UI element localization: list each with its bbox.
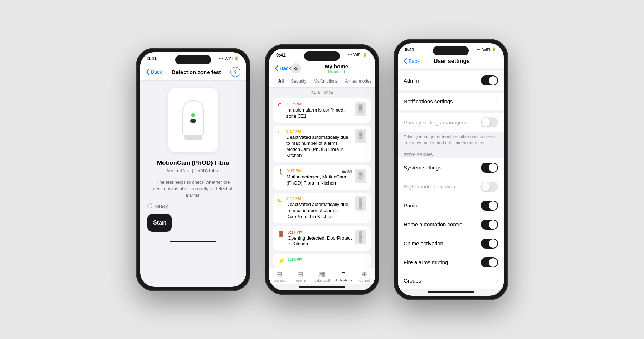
nav-video-wall[interactable]: ▦ Video Wall — [311, 270, 332, 282]
signal-icon: ▪▪▪ — [219, 56, 223, 61]
spacer-3 — [398, 110, 504, 113]
tab-all[interactable]: All — [275, 77, 287, 87]
notifications-settings-row[interactable]: Notifications settings › — [398, 93, 504, 110]
notch-2 — [304, 51, 340, 61]
chime-label: Chime activation — [404, 240, 481, 246]
time-1: 9:41 — [147, 56, 157, 61]
ready-label: Ready — [155, 203, 168, 209]
ready-status: ⓘ Ready — [140, 199, 246, 214]
panic-row: Panic — [398, 196, 504, 215]
fire-alarms-toggle[interactable] — [481, 257, 498, 267]
notif-time-5: 3:17 PM — [288, 230, 352, 234]
notifications-label: Notifications — [335, 279, 352, 282]
battery-icon: 🔋 — [234, 56, 239, 61]
privacy-toggle[interactable] — [481, 117, 498, 127]
spacer-2 — [398, 90, 504, 93]
notif-time-6: 3:16 PM — [288, 257, 366, 261]
notif-icon-red: ⏱ — [278, 102, 283, 109]
admin-toggle[interactable] — [481, 75, 498, 85]
nav-bar-2: Back ⚙ My home Disarmed All Security Mal… — [269, 60, 375, 88]
notif-body-4: 3:17 PM Deactivated automatically due to… — [286, 196, 352, 220]
signal-icon-2: ▪▪▪ — [348, 53, 352, 57]
system-settings-toggle[interactable] — [481, 163, 498, 173]
notif-text-3: Motion detected, MotionCam (PhOD) Fibra … — [287, 174, 352, 186]
start-button[interactable]: Start — [147, 214, 172, 232]
notif-icon-green-6: ⚡ — [278, 257, 285, 264]
notif-icon-orange-4: ⏱ — [278, 197, 283, 203]
device-image — [168, 88, 218, 152]
control-label: Control — [359, 279, 370, 282]
wifi-icon-2: WiFi — [353, 53, 361, 57]
nav-notifications[interactable]: ≡ Notifications — [333, 270, 354, 282]
back-button-2[interactable]: Back — [275, 65, 291, 71]
device-led — [191, 113, 195, 117]
permissions-section: System settings Night mode activation Pa… — [398, 158, 504, 289]
groups-row[interactable]: Groups › — [398, 272, 504, 289]
battery-icon-3: 🔋 — [492, 47, 497, 52]
help-button[interactable]: ? — [230, 67, 240, 77]
home-automation-toggle[interactable] — [481, 220, 498, 230]
privacy-settings-row: Privacy settings management — [398, 113, 504, 132]
tab-armed-modes[interactable]: Armed modes — [341, 77, 375, 87]
phone-3: 9:41 ▪▪▪ WiFi 🔋 Back User settings — [394, 39, 508, 300]
phone-2: 9:41 ▪▪▪ WiFi 🔋 Back ⚙ — [265, 44, 379, 295]
svg-point-8 — [361, 203, 362, 204]
panic-label: Panic — [404, 202, 481, 208]
nav-control[interactable]: ⊕ Control — [354, 270, 375, 282]
wifi-icon: WiFi — [225, 56, 233, 61]
disarmed-badge: Disarmed — [328, 69, 345, 74]
admin-row: Admin — [398, 71, 504, 90]
notif-time-1: 3:17 PM — [286, 102, 352, 106]
notch-1 — [175, 55, 211, 64]
chime-toggle[interactable] — [481, 239, 498, 249]
notifications-section: Notifications settings › — [398, 93, 504, 110]
back-button-3[interactable]: Back — [404, 58, 420, 64]
notif-thumb-5 — [355, 230, 366, 244]
nav-rooms[interactable]: ⊞ Rooms — [290, 270, 311, 282]
settings-nav: Back User settings — [398, 54, 504, 68]
notif-thumb-1 — [355, 102, 366, 116]
tab-malfunctions[interactable]: Malfunctions — [310, 77, 341, 87]
back-button-1[interactable]: Back — [146, 69, 162, 75]
nav-bar-1: Back Detection zone test ? — [140, 63, 246, 81]
privacy-section: Privacy settings management Privacy mana… — [398, 113, 504, 158]
rooms-label: Rooms — [296, 279, 306, 282]
status-bar-3: 9:41 ▪▪▪ WiFi 🔋 — [398, 43, 504, 54]
screen-3: Admin Notifications settings › Privacy s… — [398, 68, 504, 289]
device-subname: MotionCam (PhOD) Fibra — [167, 168, 219, 173]
back-label-1: Back — [151, 69, 162, 75]
device-body — [182, 100, 204, 136]
device-lens — [190, 119, 196, 123]
nav-devices[interactable]: ⊟ Devices — [269, 270, 290, 282]
status-bar-1: 9:41 ▪▪▪ WiFi 🔋 — [140, 52, 246, 63]
spacer-1 — [398, 68, 504, 71]
chevron-notifications: › — [496, 98, 498, 105]
home-automation-label: Home automation control — [404, 221, 481, 227]
video-wall-icon: ▦ — [319, 270, 325, 278]
device-3d — [182, 100, 204, 140]
home-indicator-1 — [170, 241, 216, 242]
settings-title: User settings — [420, 58, 484, 64]
hub-icon: ⚙ — [291, 63, 301, 73]
notif-item: ⚡ 3:16 PM — [273, 254, 371, 268]
panic-toggle[interactable] — [481, 201, 498, 211]
signal-icon-3: ▪▪▪ — [477, 48, 481, 52]
svg-rect-4 — [360, 137, 362, 138]
tab-security[interactable]: Security — [287, 77, 310, 87]
night-mode-toggle[interactable] — [481, 182, 498, 192]
devices-icon: ⊟ — [277, 270, 282, 278]
notif-thumb-2 — [355, 129, 366, 143]
battery-icon-2: 🔋 — [363, 53, 368, 57]
tab-row: All Security Malfunctions Armed modes Sm… — [275, 77, 369, 87]
notif-text-1: Intrusion alarm is confirmed, zone CZ1 — [286, 107, 352, 119]
device-display: MotionCam (PhOD) Fibra MotionCam (PhOD) … — [140, 81, 246, 199]
control-icon: ⊕ — [362, 270, 367, 278]
permissions-header: PERMISSIONS — [398, 150, 504, 158]
notif-item: ⏱ 3:17 PM Deactivated automatically due … — [273, 126, 371, 162]
privacy-description: Privacy manager determines other users a… — [398, 132, 504, 150]
device-base — [184, 136, 202, 140]
devices-label: Devices — [274, 279, 286, 282]
device-description: The test helps to check whether the devi… — [147, 179, 239, 199]
groups-label: Groups — [404, 277, 496, 284]
fire-alarms-label: Fire alarms muting — [404, 259, 481, 265]
